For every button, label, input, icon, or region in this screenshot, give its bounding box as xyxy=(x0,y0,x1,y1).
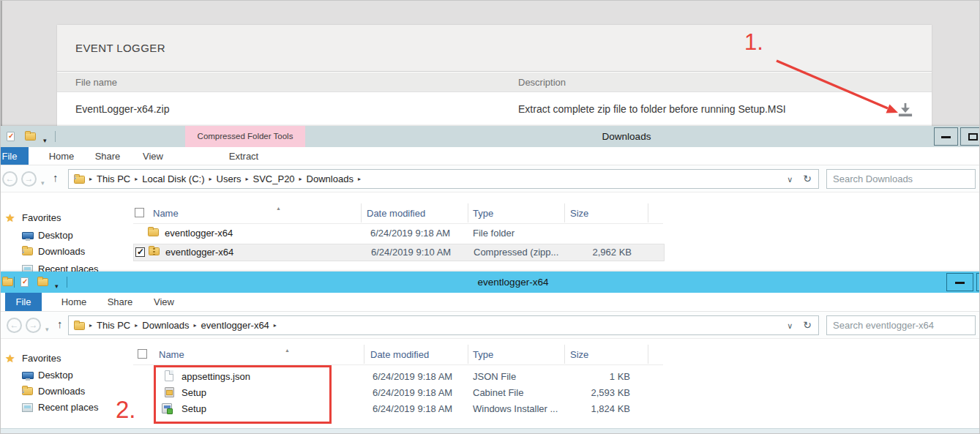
description-cell: Extract complete zip file to folder befo… xyxy=(518,93,786,126)
quick-access-toolbar-dropdown-icon[interactable] xyxy=(55,278,59,291)
column-divider[interactable] xyxy=(648,203,648,222)
column-header-type[interactable]: Type xyxy=(473,207,493,220)
column-header-date-modified[interactable]: Date modified xyxy=(367,207,425,220)
divider xyxy=(14,277,15,288)
breadcrumb-separator-icon xyxy=(135,169,138,189)
window-folder-icon xyxy=(1,277,15,288)
column-file-name: File name xyxy=(75,72,117,92)
new-folder-icon[interactable] xyxy=(37,277,50,288)
recent-locations-icon[interactable] xyxy=(41,175,45,188)
back-icon[interactable] xyxy=(2,171,18,187)
breadcrumb-separator-icon xyxy=(89,315,92,335)
column-divider[interactable] xyxy=(468,345,468,364)
breadcrumb-downloads[interactable]: Downloads xyxy=(142,316,189,334)
recent-locations-icon[interactable] xyxy=(45,321,49,334)
breadcrumb-svc-p20[interactable]: SVC_P20 xyxy=(253,170,295,188)
breadcrumb-separator-icon xyxy=(299,169,302,189)
minimize-button[interactable] xyxy=(934,127,958,146)
quick-access-toolbar-dropdown-icon[interactable] xyxy=(43,132,47,146)
column-header-date-modified[interactable]: Date modified xyxy=(370,348,429,362)
tab-view[interactable]: View xyxy=(144,293,184,311)
star-icon xyxy=(5,212,18,224)
titlebar[interactable]: Compressed Folder Tools Downloads xyxy=(0,126,980,147)
address-box[interactable]: This PC Downloads eventlogger-x64 xyxy=(68,315,819,335)
file-list-area: Favorites Desktop Downloads Recent place… xyxy=(0,192,980,272)
tab-view[interactable]: View xyxy=(132,147,173,165)
address-box[interactable]: This PC Local Disk (C:) Users SVC_P20 Do… xyxy=(68,169,819,189)
breadcrumb-downloads[interactable]: Downloads xyxy=(307,170,354,188)
up-icon[interactable] xyxy=(57,318,63,330)
breadcrumb-separator-icon xyxy=(274,315,277,335)
explorer-window-eventlogger: eventlogger-x64 File Home Share View Thi… xyxy=(1,272,980,434)
folder-icon xyxy=(73,321,86,330)
file-row-folder[interactable]: eventlogger-x64 6/24/2019 9:18 AM File f… xyxy=(133,225,665,243)
search-input[interactable] xyxy=(827,170,975,188)
column-header-type[interactable]: Type xyxy=(473,348,493,362)
refresh-icon[interactable] xyxy=(803,316,812,334)
tab-file[interactable]: File xyxy=(0,147,29,165)
divider xyxy=(67,277,67,288)
column-divider[interactable] xyxy=(468,203,468,222)
address-bar-row: This PC Local Disk (C:) Users SVC_P20 Do… xyxy=(0,165,980,192)
address-dropdown-icon[interactable] xyxy=(787,316,793,335)
properties-icon[interactable] xyxy=(20,277,34,288)
sidebar-item-downloads[interactable]: Downloads xyxy=(21,385,85,398)
column-divider[interactable] xyxy=(564,345,565,364)
breadcrumb-separator-icon xyxy=(245,169,248,189)
sidebar-item-desktop[interactable]: Desktop xyxy=(21,229,73,242)
window-title: Downloads xyxy=(602,126,651,147)
tab-file[interactable]: File xyxy=(5,293,42,311)
column-divider[interactable] xyxy=(648,345,648,364)
tab-home[interactable]: Home xyxy=(52,293,96,311)
maximize-button[interactable] xyxy=(976,273,980,291)
breadcrumb-this-pc[interactable]: This PC xyxy=(97,170,130,188)
back-icon[interactable] xyxy=(7,318,22,333)
tab-home[interactable]: Home xyxy=(39,147,84,165)
breadcrumb-separator-icon xyxy=(209,169,212,189)
column-header-name[interactable]: Name xyxy=(159,348,184,362)
column-divider[interactable] xyxy=(564,203,565,222)
sidebar-item-favorites[interactable]: Favorites xyxy=(5,352,61,365)
screenshot-canvas: EVENT LOGGER File name Description Event… xyxy=(0,0,980,434)
tab-share[interactable]: Share xyxy=(99,293,141,311)
breadcrumb-local-disk[interactable]: Local Disk (C:) xyxy=(142,170,204,188)
column-header-name[interactable]: Name xyxy=(153,207,179,220)
star-icon xyxy=(5,353,18,364)
ribbon-tab-bar: File Home Share View Extract xyxy=(0,147,980,165)
column-divider[interactable] xyxy=(364,345,364,364)
column-header-size[interactable]: Size xyxy=(570,207,588,220)
select-all-checkbox[interactable] xyxy=(138,349,147,359)
tab-share[interactable]: Share xyxy=(86,147,130,165)
titlebar[interactable]: eventlogger-x64 xyxy=(1,272,980,293)
sidebar-item-desktop[interactable]: Desktop xyxy=(21,369,73,382)
select-all-checkbox[interactable] xyxy=(135,208,144,217)
downloads-folder-icon xyxy=(73,174,86,184)
sidebar-item-favorites[interactable]: Favorites xyxy=(5,212,61,225)
forward-icon[interactable] xyxy=(26,318,41,333)
column-divider[interactable] xyxy=(361,203,362,222)
address-bar-row: This PC Downloads eventlogger-x64 xyxy=(1,312,980,339)
sidebar-item-recent-places[interactable]: Recent places xyxy=(21,263,98,272)
minimize-button[interactable] xyxy=(946,273,973,291)
downloads-folder-icon xyxy=(21,246,34,258)
breadcrumb-this-pc[interactable]: This PC xyxy=(97,316,130,334)
properties-icon[interactable] xyxy=(7,131,20,143)
sidebar-item-downloads[interactable]: Downloads xyxy=(21,245,85,258)
tab-extract[interactable]: Extract xyxy=(219,147,269,165)
file-row-zip-selected[interactable]: eventlogger-x64 6/24/2019 9:10 AM Compre… xyxy=(133,244,665,261)
up-icon[interactable] xyxy=(53,171,59,184)
breadcrumb-users[interactable]: Users xyxy=(217,170,242,188)
breadcrumb-eventlogger-x64[interactable]: eventlogger-x64 xyxy=(201,316,269,334)
row-checkbox[interactable] xyxy=(135,247,145,257)
maximize-button[interactable] xyxy=(960,127,980,146)
ribbon-tab-bar: File Home Share View xyxy=(1,293,980,312)
search-input[interactable] xyxy=(827,316,975,334)
refresh-icon[interactable] xyxy=(803,170,812,188)
sidebar-item-recent-places[interactable]: Recent places xyxy=(21,401,98,414)
column-header-size[interactable]: Size xyxy=(570,348,588,362)
annotation-step-1: 1. xyxy=(744,30,763,55)
new-folder-icon[interactable] xyxy=(24,131,37,143)
address-dropdown-icon[interactable] xyxy=(787,170,793,189)
search-box xyxy=(826,315,976,335)
forward-icon[interactable] xyxy=(21,171,37,187)
